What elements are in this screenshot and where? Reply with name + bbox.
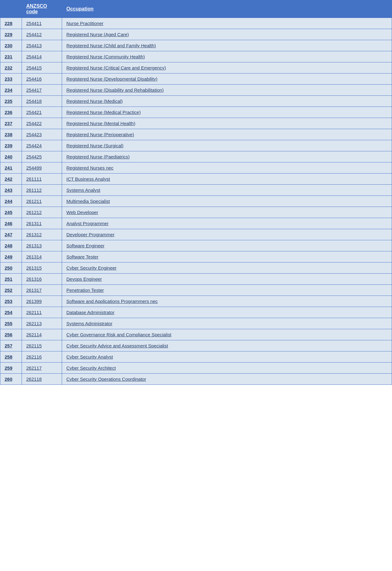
row-occupation-link[interactable]: Systems Administrator xyxy=(66,321,112,326)
row-occupation-link[interactable]: Registered Nurse (Community Health) xyxy=(66,54,145,59)
row-number-link[interactable]: 257 xyxy=(5,343,12,348)
row-code-link[interactable]: 254422 xyxy=(26,121,42,126)
row-number-link[interactable]: 241 xyxy=(5,165,12,170)
row-code-link[interactable]: 254412 xyxy=(26,32,42,37)
row-occupation-link[interactable]: Cyber Governance Risk and Compliance Spe… xyxy=(66,332,171,337)
row-code-link[interactable]: 261315 xyxy=(26,265,42,271)
row-number-link[interactable]: 252 xyxy=(5,288,12,293)
row-code-link[interactable]: 254424 xyxy=(26,143,42,148)
row-code-link[interactable]: 262113 xyxy=(26,321,42,326)
row-number-link[interactable]: 230 xyxy=(5,43,12,48)
row-number-link[interactable]: 237 xyxy=(5,121,12,126)
row-occupation-link[interactable]: Web Developer xyxy=(66,210,98,215)
row-occupation-link[interactable]: Devops Engineer xyxy=(66,276,102,282)
row-number-link[interactable]: 254 xyxy=(5,310,12,315)
row-code-link[interactable]: 254417 xyxy=(26,87,42,93)
row-occupation-link[interactable]: Registered Nurse (Critical Care and Emer… xyxy=(66,65,166,70)
row-occupation-link[interactable]: Registered Nurse (Mental Health) xyxy=(66,121,135,126)
row-code-link[interactable]: 262115 xyxy=(26,343,42,348)
row-occupation-link[interactable]: Nurse Practitioner xyxy=(66,21,103,26)
row-number-link[interactable]: 231 xyxy=(5,54,12,59)
row-code-link[interactable]: 262111 xyxy=(26,310,42,315)
row-occupation-link[interactable]: Registered Nurses nec xyxy=(66,165,114,170)
row-occupation-link[interactable]: Software Engineer xyxy=(66,243,104,248)
row-occupation-link[interactable]: Developer Programmer xyxy=(66,232,115,237)
row-number-link[interactable]: 228 xyxy=(5,21,12,26)
row-code-link[interactable]: 254416 xyxy=(26,76,42,82)
row-code-link[interactable]: 261314 xyxy=(26,254,42,259)
row-occupation-link[interactable]: Systems Analyst xyxy=(66,187,100,193)
row-number-link[interactable]: 233 xyxy=(5,76,12,82)
row-number-link[interactable]: 243 xyxy=(5,187,12,193)
row-occupation-link[interactable]: Registered Nurse (Aged Care) xyxy=(66,32,129,37)
row-code-link[interactable]: 254418 xyxy=(26,99,42,104)
row-occupation-link[interactable]: Registered Nurse (Child and Family Healt… xyxy=(66,43,156,48)
row-code-link[interactable]: 254423 xyxy=(26,132,42,137)
row-number-link[interactable]: 245 xyxy=(5,210,12,215)
row-code-link[interactable]: 261316 xyxy=(26,276,42,282)
row-occupation-link[interactable]: Cyber Security Operations Coordinator xyxy=(66,376,146,382)
row-number-link[interactable]: 249 xyxy=(5,254,12,259)
row-code-link[interactable]: 261312 xyxy=(26,232,42,237)
header-anzsco-code-link[interactable]: ANZSCO code xyxy=(26,3,47,14)
row-number-link[interactable]: 240 xyxy=(5,154,12,159)
row-code-link[interactable]: 262117 xyxy=(26,365,42,371)
row-number-link[interactable]: 244 xyxy=(5,199,12,204)
row-code-link[interactable]: 261111 xyxy=(26,176,42,182)
row-number-link[interactable]: 255 xyxy=(5,321,12,326)
row-code-link[interactable]: 261317 xyxy=(26,288,42,293)
row-code-link[interactable]: 261211 xyxy=(26,199,42,204)
row-number-link[interactable]: 260 xyxy=(5,376,12,382)
row-number-link[interactable]: 250 xyxy=(5,265,12,271)
row-number-link[interactable]: 238 xyxy=(5,132,12,137)
row-number-link[interactable]: 248 xyxy=(5,243,12,248)
row-code-link[interactable]: 262116 xyxy=(26,354,42,359)
row-number-link[interactable]: 259 xyxy=(5,365,12,371)
row-occupation-link[interactable]: Registered Nurse (Medical) xyxy=(66,99,123,104)
row-number-link[interactable]: 236 xyxy=(5,110,12,115)
row-code-link[interactable]: 262118 xyxy=(26,376,42,382)
row-number-link[interactable]: 246 xyxy=(5,221,12,226)
row-occupation-link[interactable]: Registered Nurse (Disability and Rehabil… xyxy=(66,87,164,93)
row-code-link[interactable]: 254414 xyxy=(26,54,42,59)
row-number-link[interactable]: 239 xyxy=(5,143,12,148)
row-code-link[interactable]: 261399 xyxy=(26,299,42,304)
row-occupation-link[interactable]: Registered Nurse (Paediatrics) xyxy=(66,154,130,159)
row-occupation-link[interactable]: Penetration Tester xyxy=(66,288,104,293)
row-occupation-link[interactable]: Registered Nurse (Developmental Disabili… xyxy=(66,76,157,82)
row-number-link[interactable]: 234 xyxy=(5,87,12,93)
row-number-link[interactable]: 242 xyxy=(5,176,12,182)
row-occupation-link[interactable]: Cyber Security Engineer xyxy=(66,265,117,271)
row-number-link[interactable]: 258 xyxy=(5,354,12,359)
row-code-link[interactable]: 254411 xyxy=(26,21,42,26)
row-occupation-link[interactable]: Cyber Security Advice and Assessment Spe… xyxy=(66,343,168,348)
row-occupation-link[interactable]: Analyst Programmer xyxy=(66,221,109,226)
row-code-link[interactable]: 254413 xyxy=(26,43,42,48)
row-code-link[interactable]: 262114 xyxy=(26,332,42,337)
row-code-link[interactable]: 261212 xyxy=(26,210,42,215)
row-occupation-link[interactable]: Software and Applications Programmers ne… xyxy=(66,299,158,304)
row-occupation-link[interactable]: Registered Nurse (Surgical) xyxy=(66,143,123,148)
row-number-link[interactable]: 251 xyxy=(5,276,12,282)
header-occupation-link[interactable]: Occupation xyxy=(66,6,94,11)
row-number-link[interactable]: 247 xyxy=(5,232,12,237)
row-occupation-link[interactable]: Cyber Security Analyst xyxy=(66,354,113,359)
row-number-link[interactable]: 256 xyxy=(5,332,12,337)
row-occupation-link[interactable]: Software Tester xyxy=(66,254,98,259)
row-number-link[interactable]: 253 xyxy=(5,299,12,304)
row-number-link[interactable]: 229 xyxy=(5,32,12,37)
row-occupation-link[interactable]: ICT Business Analyst xyxy=(66,176,110,182)
row-code-link[interactable]: 254415 xyxy=(26,65,42,70)
row-code-link[interactable]: 261311 xyxy=(26,221,42,226)
row-number-link[interactable]: 232 xyxy=(5,65,12,70)
row-number-link[interactable]: 235 xyxy=(5,99,12,104)
row-code-link[interactable]: 254499 xyxy=(26,165,42,170)
row-code-link[interactable]: 261112 xyxy=(26,187,42,193)
row-occupation-link[interactable]: Registered Nurse (Perioperative) xyxy=(66,132,134,137)
row-occupation-link[interactable]: Registered Nurse (Medical Practice) xyxy=(66,110,141,115)
row-occupation-link[interactable]: Cyber Security Architect xyxy=(66,365,116,371)
row-code-link[interactable]: 254425 xyxy=(26,154,42,159)
row-code-link[interactable]: 261313 xyxy=(26,243,42,248)
row-occupation-link[interactable]: Multimedia Specialist xyxy=(66,199,110,204)
row-occupation-link[interactable]: Database Administrator xyxy=(66,310,115,315)
